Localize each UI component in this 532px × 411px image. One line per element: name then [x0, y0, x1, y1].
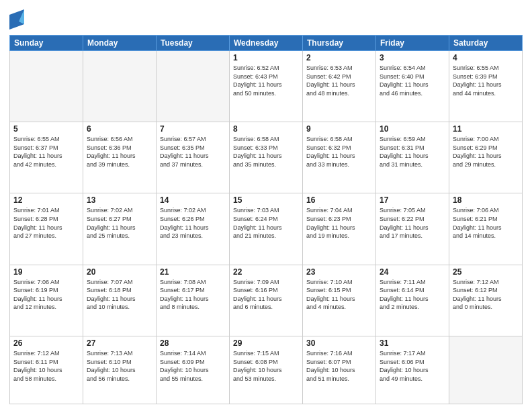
- day-info: Sunrise: 7:15 AM Sunset: 6:08 PM Dayligh…: [233, 349, 299, 383]
- calendar-cell: 1Sunrise: 6:52 AM Sunset: 6:43 PM Daylig…: [230, 51, 303, 122]
- calendar-week-1: 1Sunrise: 6:52 AM Sunset: 6:43 PM Daylig…: [10, 51, 523, 122]
- calendar-cell: 23Sunrise: 7:10 AM Sunset: 6:15 PM Dayli…: [303, 265, 376, 336]
- calendar-cell: 4Sunrise: 6:55 AM Sunset: 6:39 PM Daylig…: [449, 51, 523, 122]
- calendar-cell: [157, 51, 230, 122]
- calendar-cell: 12Sunrise: 7:01 AM Sunset: 6:28 PM Dayli…: [10, 193, 83, 265]
- day-number: 4: [453, 53, 519, 62]
- calendar-cell: 10Sunrise: 6:59 AM Sunset: 6:31 PM Dayli…: [376, 122, 449, 193]
- day-number: 10: [380, 124, 445, 134]
- calendar-cell: 8Sunrise: 6:58 AM Sunset: 6:33 PM Daylig…: [230, 122, 303, 193]
- day-number: 7: [160, 124, 226, 134]
- calendar-cell: 25Sunrise: 7:12 AM Sunset: 6:12 PM Dayli…: [449, 265, 523, 336]
- day-number: 19: [13, 267, 79, 277]
- day-info: Sunrise: 7:06 AM Sunset: 6:21 PM Dayligh…: [453, 206, 519, 240]
- calendar-table: SundayMondayTuesdayWednesdayThursdayFrid…: [9, 35, 523, 404]
- day-info: Sunrise: 6:54 AM Sunset: 6:40 PM Dayligh…: [380, 64, 445, 97]
- day-info: Sunrise: 7:01 AM Sunset: 6:28 PM Dayligh…: [13, 206, 79, 240]
- calendar-cell: [10, 51, 83, 122]
- day-info: Sunrise: 7:16 AM Sunset: 6:07 PM Dayligh…: [306, 349, 372, 383]
- day-info: Sunrise: 6:58 AM Sunset: 6:32 PM Dayligh…: [306, 135, 372, 169]
- calendar-cell: 18Sunrise: 7:06 AM Sunset: 6:21 PM Dayli…: [449, 193, 523, 265]
- calendar-cell: 5Sunrise: 6:55 AM Sunset: 6:37 PM Daylig…: [10, 122, 83, 193]
- calendar-cell: 2Sunrise: 6:53 AM Sunset: 6:42 PM Daylig…: [303, 51, 376, 122]
- calendar-week-4: 19Sunrise: 7:06 AM Sunset: 6:19 PM Dayli…: [10, 265, 523, 336]
- calendar-cell: 29Sunrise: 7:15 AM Sunset: 6:08 PM Dayli…: [230, 336, 303, 404]
- day-number: 3: [380, 53, 445, 62]
- weekday-header-row: SundayMondayTuesdayWednesdayThursdayFrid…: [10, 36, 523, 51]
- calendar-cell: 28Sunrise: 7:14 AM Sunset: 6:09 PM Dayli…: [157, 336, 230, 404]
- calendar-week-3: 12Sunrise: 7:01 AM Sunset: 6:28 PM Dayli…: [10, 193, 523, 265]
- day-number: 1: [233, 53, 299, 62]
- day-number: 25: [453, 267, 519, 277]
- day-number: 30: [306, 338, 372, 348]
- calendar-cell: 7Sunrise: 6:57 AM Sunset: 6:35 PM Daylig…: [157, 122, 230, 193]
- calendar-cell: 27Sunrise: 7:13 AM Sunset: 6:10 PM Dayli…: [83, 336, 157, 404]
- day-info: Sunrise: 7:07 AM Sunset: 6:18 PM Dayligh…: [87, 278, 152, 312]
- weekday-header-sunday: Sunday: [10, 36, 83, 51]
- day-number: 20: [87, 267, 152, 277]
- calendar-cell: 24Sunrise: 7:11 AM Sunset: 6:14 PM Dayli…: [376, 265, 449, 336]
- day-info: Sunrise: 7:13 AM Sunset: 6:10 PM Dayligh…: [87, 349, 152, 383]
- calendar-cell: 14Sunrise: 7:02 AM Sunset: 6:26 PM Dayli…: [157, 193, 230, 265]
- weekday-header-saturday: Saturday: [449, 36, 523, 51]
- day-number: 6: [87, 124, 152, 134]
- day-info: Sunrise: 7:05 AM Sunset: 6:22 PM Dayligh…: [380, 206, 445, 240]
- calendar-cell: 21Sunrise: 7:08 AM Sunset: 6:17 PM Dayli…: [157, 265, 230, 336]
- day-number: 15: [233, 195, 299, 205]
- weekday-header-monday: Monday: [83, 36, 157, 51]
- day-info: Sunrise: 6:55 AM Sunset: 6:39 PM Dayligh…: [453, 64, 519, 97]
- day-number: 29: [233, 338, 299, 348]
- day-number: 22: [233, 267, 299, 277]
- day-info: Sunrise: 7:02 AM Sunset: 6:26 PM Dayligh…: [160, 206, 226, 240]
- day-info: Sunrise: 6:55 AM Sunset: 6:37 PM Dayligh…: [13, 135, 79, 169]
- weekday-header-wednesday: Wednesday: [230, 36, 303, 51]
- calendar-cell: 31Sunrise: 7:17 AM Sunset: 6:06 PM Dayli…: [376, 336, 449, 404]
- weekday-header-thursday: Thursday: [303, 36, 376, 51]
- day-info: Sunrise: 7:00 AM Sunset: 6:29 PM Dayligh…: [453, 135, 519, 169]
- day-info: Sunrise: 7:14 AM Sunset: 6:09 PM Dayligh…: [160, 349, 226, 383]
- day-number: 16: [306, 195, 372, 205]
- calendar-cell: 22Sunrise: 7:09 AM Sunset: 6:16 PM Dayli…: [230, 265, 303, 336]
- day-info: Sunrise: 6:58 AM Sunset: 6:33 PM Dayligh…: [233, 135, 299, 169]
- weekday-header-friday: Friday: [376, 36, 449, 51]
- day-info: Sunrise: 7:11 AM Sunset: 6:14 PM Dayligh…: [380, 278, 445, 312]
- day-number: 18: [453, 195, 519, 205]
- day-info: Sunrise: 6:59 AM Sunset: 6:31 PM Dayligh…: [380, 135, 445, 169]
- day-number: 27: [87, 338, 152, 348]
- day-number: 2: [306, 53, 372, 62]
- day-info: Sunrise: 6:52 AM Sunset: 6:43 PM Dayligh…: [233, 64, 299, 97]
- day-info: Sunrise: 7:03 AM Sunset: 6:24 PM Dayligh…: [233, 206, 299, 240]
- calendar-cell: 16Sunrise: 7:04 AM Sunset: 6:23 PM Dayli…: [303, 193, 376, 265]
- calendar-cell: 19Sunrise: 7:06 AM Sunset: 6:19 PM Dayli…: [10, 265, 83, 336]
- day-info: Sunrise: 7:09 AM Sunset: 6:16 PM Dayligh…: [233, 278, 299, 312]
- day-info: Sunrise: 6:53 AM Sunset: 6:42 PM Dayligh…: [306, 64, 372, 97]
- day-info: Sunrise: 6:57 AM Sunset: 6:35 PM Dayligh…: [160, 135, 226, 169]
- calendar-cell: 6Sunrise: 6:56 AM Sunset: 6:36 PM Daylig…: [83, 122, 157, 193]
- calendar-week-2: 5Sunrise: 6:55 AM Sunset: 6:37 PM Daylig…: [10, 122, 523, 193]
- day-number: 21: [160, 267, 226, 277]
- calendar-cell: [449, 336, 523, 404]
- day-number: 5: [13, 124, 79, 134]
- logo-icon: [9, 9, 24, 30]
- calendar-cell: 15Sunrise: 7:03 AM Sunset: 6:24 PM Dayli…: [230, 193, 303, 265]
- calendar-cell: 30Sunrise: 7:16 AM Sunset: 6:07 PM Dayli…: [303, 336, 376, 404]
- day-number: 24: [380, 267, 445, 277]
- day-number: 12: [13, 195, 79, 205]
- day-info: Sunrise: 7:12 AM Sunset: 6:12 PM Dayligh…: [453, 278, 519, 312]
- day-number: 26: [13, 338, 79, 348]
- calendar-week-5: 26Sunrise: 7:12 AM Sunset: 6:11 PM Dayli…: [10, 336, 523, 404]
- calendar-cell: 20Sunrise: 7:07 AM Sunset: 6:18 PM Dayli…: [83, 265, 157, 336]
- day-number: 13: [87, 195, 152, 205]
- logo: [9, 9, 26, 30]
- header: [9, 7, 523, 30]
- day-info: Sunrise: 6:56 AM Sunset: 6:36 PM Dayligh…: [87, 135, 152, 169]
- day-info: Sunrise: 7:17 AM Sunset: 6:06 PM Dayligh…: [380, 349, 445, 383]
- day-number: 8: [233, 124, 299, 134]
- day-info: Sunrise: 7:04 AM Sunset: 6:23 PM Dayligh…: [306, 206, 372, 240]
- day-info: Sunrise: 7:12 AM Sunset: 6:11 PM Dayligh…: [13, 349, 79, 383]
- weekday-header-tuesday: Tuesday: [157, 36, 230, 51]
- calendar-cell: 9Sunrise: 6:58 AM Sunset: 6:32 PM Daylig…: [303, 122, 376, 193]
- calendar-cell: 17Sunrise: 7:05 AM Sunset: 6:22 PM Dayli…: [376, 193, 449, 265]
- day-info: Sunrise: 7:06 AM Sunset: 6:19 PM Dayligh…: [13, 278, 79, 312]
- day-number: 11: [453, 124, 519, 134]
